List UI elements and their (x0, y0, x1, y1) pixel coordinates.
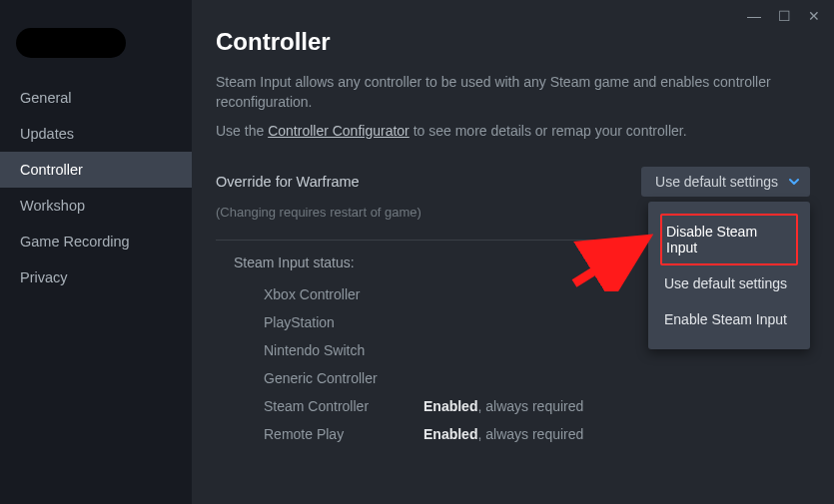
dropdown-selected-label: Use default settings (655, 174, 778, 190)
maximize-button[interactable]: ☐ (770, 4, 798, 28)
desc2-prefix: Use the (216, 123, 268, 139)
status-name: Generic Controller (264, 370, 423, 386)
sidebar: General Updates Controller Workshop Game… (0, 0, 192, 504)
description-2: Use the Controller Configurator to see m… (216, 121, 810, 141)
sidebar-item-game-recording[interactable]: Game Recording (0, 224, 192, 259)
sidebar-item-privacy[interactable]: Privacy (0, 259, 192, 295)
sidebar-item-workshop[interactable]: Workshop (0, 188, 192, 224)
page-title: Controller (216, 28, 810, 56)
status-name: Remote Play (264, 426, 423, 442)
controller-configurator-link[interactable]: Controller Configurator (268, 123, 410, 139)
override-dropdown[interactable]: Use default settings (641, 167, 810, 197)
menu-item-disable[interactable]: Disable Steam Input (660, 214, 798, 265)
status-row-generic: Generic Controller (264, 364, 810, 392)
override-dropdown-menu: Disable Steam Input Use default settings… (648, 202, 810, 349)
close-button[interactable]: ✕ (800, 4, 828, 28)
status-name: PlayStation (264, 314, 423, 330)
logo-pill (16, 28, 126, 58)
status-name: Nintendo Switch (264, 342, 423, 358)
menu-item-default[interactable]: Use default settings (660, 265, 798, 301)
status-value: Enabled, always required (423, 398, 583, 414)
window-titlebar: — ☐ ✕ (740, 0, 834, 32)
sidebar-item-controller[interactable]: Controller (0, 152, 192, 188)
status-name: Steam Controller (264, 398, 423, 414)
status-row-steam-controller: Steam Controller Enabled, always require… (264, 392, 810, 420)
sidebar-item-updates[interactable]: Updates (0, 116, 192, 152)
chevron-down-icon (788, 176, 800, 188)
override-label: Override for Warframe (216, 174, 360, 190)
sidebar-item-general[interactable]: General (0, 80, 192, 116)
status-value: Enabled, always required (423, 426, 583, 442)
status-name: Xbox Controller (264, 286, 423, 302)
override-row: Override for Warframe Use default settin… (216, 167, 810, 197)
desc2-suffix: to see more details or remap your contro… (410, 123, 687, 139)
description-1: Steam Input allows any controller to be … (216, 72, 810, 113)
main-content: Controller Steam Input allows any contro… (192, 0, 834, 504)
menu-item-enable[interactable]: Enable Steam Input (660, 301, 798, 337)
minimize-button[interactable]: — (740, 4, 768, 28)
status-row-remote-play: Remote Play Enabled, always required (264, 420, 810, 448)
